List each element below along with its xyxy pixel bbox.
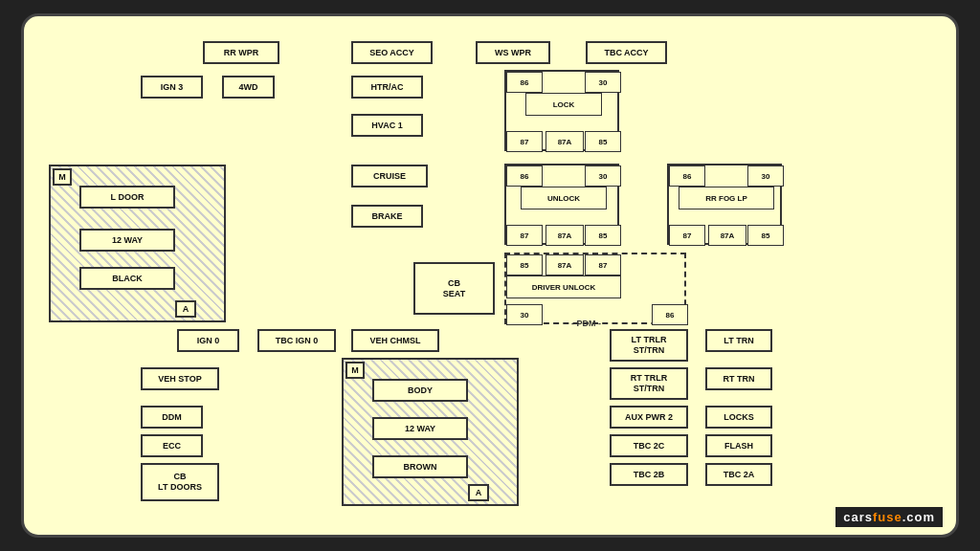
- unlock-relay-86: 86: [506, 165, 543, 187]
- pdm-label: - PDM -: [571, 319, 601, 328]
- body-group-a: A: [468, 484, 489, 501]
- unlock-relay-85: 85: [585, 225, 621, 246]
- veh-stop: VEH STOP: [141, 367, 219, 390]
- rr-fog-relay-rrfoglp: RR FOG LP: [679, 187, 774, 209]
- ign3: IGN 3: [141, 76, 203, 99]
- driver-unlock-driverunlock: DRIVER UNLOCK: [506, 276, 621, 298]
- driver-unlock-87: 87: [585, 254, 621, 276]
- driver-unlock: 8587A87DRIVER UNLOCK3086: [504, 253, 686, 324]
- body-group-body: BODY: [372, 379, 468, 402]
- tbc-2b: TBC 2B: [610, 463, 688, 486]
- brake: BRAKE: [351, 205, 423, 228]
- driver-unlock-87a: 87A: [546, 254, 584, 276]
- ws-wpr: WS WPR: [476, 41, 550, 64]
- driver-unlock-85: 85: [506, 254, 543, 276]
- rr-fog-relay-86: 86: [669, 165, 705, 187]
- ecc: ECC: [141, 434, 203, 457]
- hvac1: HVAC 1: [351, 114, 423, 137]
- cb-seat: CB SEAT: [413, 262, 495, 315]
- lock-relay: 8630LOCK8787A85: [504, 70, 619, 151]
- body-group-m: M: [345, 362, 365, 379]
- lock-relay-87a: 87A: [546, 131, 584, 152]
- l-door-group-a: A: [175, 300, 196, 318]
- cruise: CRUISE: [351, 165, 428, 187]
- veh-chmsl: VEH CHMSL: [351, 329, 439, 352]
- rr-fog-relay-30: 30: [747, 165, 784, 187]
- fuse-box-content: RR WPRSEO ACCYWS WPRTBC ACCYIGN 34WDHTR/…: [35, 28, 945, 523]
- lock-relay-86: 86: [506, 72, 543, 93]
- rr-fog-relay-85: 85: [747, 225, 784, 246]
- tbc-ign0: TBC IGN 0: [257, 329, 336, 352]
- locks: LOCKS: [705, 406, 772, 429]
- rr-fog-relay-87: 87: [669, 225, 705, 246]
- unlock-relay-unlock: UNLOCK: [521, 187, 607, 209]
- aux-pwr2: AUX PWR 2: [610, 406, 688, 429]
- tbc-accy: TBC ACCY: [586, 41, 667, 64]
- unlock-relay: 8630UNLOCK8787A85: [504, 164, 619, 245]
- body-group-12way: 12 WAY: [372, 417, 468, 440]
- l-door-group-m: M: [53, 168, 72, 186]
- watermark: carsfuse.com: [835, 507, 943, 527]
- unlock-relay-87: 87: [506, 225, 543, 246]
- driver-unlock-86: 86: [652, 304, 688, 325]
- l-door-group: ML DOOR12 WAYBLACKA: [49, 165, 226, 322]
- tbc-2a: TBC 2A: [705, 463, 772, 486]
- rt-trn: RT TRN: [705, 367, 772, 390]
- l-door-group-ldoor: L DOOR: [79, 186, 175, 209]
- ign0: IGN 0: [177, 329, 239, 352]
- htr-ac: HTR/AC: [351, 76, 423, 99]
- flash: FLASH: [705, 434, 772, 457]
- unlock-relay-87a: 87A: [546, 225, 584, 246]
- unlock-relay-30: 30: [585, 165, 621, 187]
- 4wd: 4WD: [222, 76, 275, 99]
- driver-unlock-30: 30: [506, 304, 543, 325]
- tbc-2c: TBC 2C: [610, 434, 688, 457]
- rr-fog-relay: 8630RR FOG LP8787A85: [667, 164, 782, 245]
- ddm: DDM: [141, 406, 203, 429]
- rr-fog-relay-87a: 87A: [708, 225, 746, 246]
- cb-lt-doors: CB LT DOORS: [141, 463, 219, 501]
- rt-trlr: RT TRLR ST/TRN: [610, 367, 688, 400]
- fuse-box-diagram: RR WPRSEO ACCYWS WPRTBC ACCYIGN 34WDHTR/…: [21, 13, 959, 538]
- l-door-group-black: BLACK: [79, 267, 175, 290]
- seo-accy: SEO ACCY: [351, 41, 433, 64]
- lock-relay-87: 87: [506, 131, 543, 152]
- body-group: MBODY12 WAYBROWNA: [342, 358, 519, 506]
- rr-wpr: RR WPR: [203, 41, 279, 64]
- lock-relay-85: 85: [585, 131, 621, 152]
- l-door-group-12way: 12 WAY: [79, 229, 175, 252]
- lock-relay-lock: LOCK: [525, 93, 602, 116]
- lt-trlr: LT TRLR ST/TRN: [610, 329, 688, 362]
- lock-relay-30: 30: [585, 72, 621, 93]
- lt-trn: LT TRN: [705, 329, 772, 352]
- body-group-brown: BROWN: [372, 455, 468, 478]
